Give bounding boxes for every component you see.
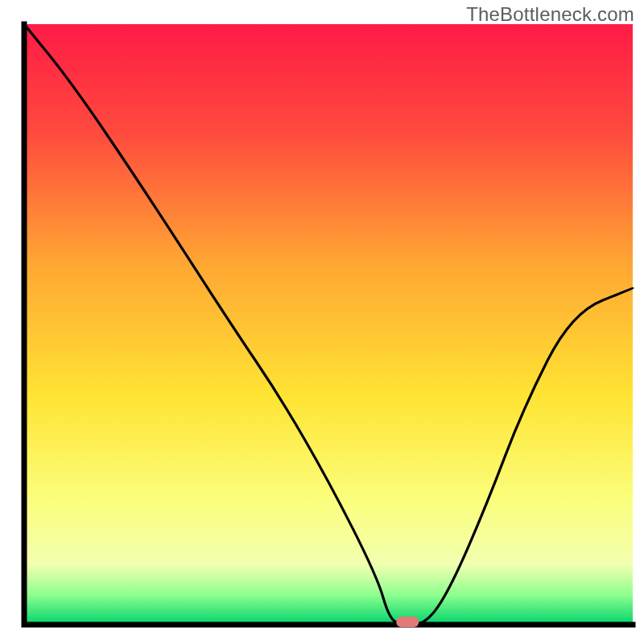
minimum-marker [396,617,419,627]
watermark-text: TheBottleneck.com [466,3,634,26]
bottleneck-chart [0,0,644,644]
chart-frame: TheBottleneck.com [0,0,644,644]
plot-background [24,24,633,625]
